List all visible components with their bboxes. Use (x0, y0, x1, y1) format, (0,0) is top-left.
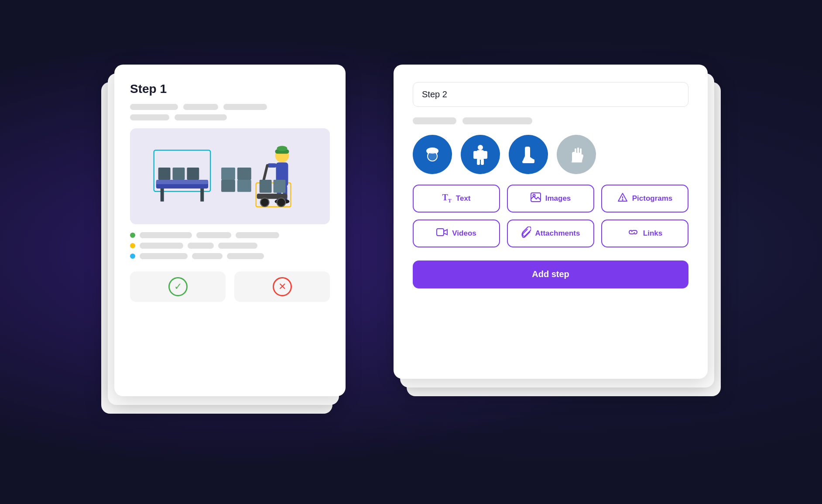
right-card: TT Text Images (394, 65, 708, 379)
svg-rect-35 (428, 150, 437, 152)
svg-rect-27 (260, 179, 272, 192)
svg-rect-10 (237, 168, 251, 180)
x-icon: ✕ (273, 277, 292, 296)
videos-button-label: Videos (452, 229, 476, 238)
text-button-label: Text (456, 194, 471, 203)
pictogram-helmet (413, 135, 452, 174)
svg-rect-44 (571, 161, 582, 163)
image-icon (531, 192, 541, 205)
svg-rect-28 (274, 179, 286, 192)
svg-rect-18 (267, 163, 277, 168)
paperclip-icon (521, 226, 531, 240)
svg-rect-37 (477, 150, 484, 160)
svg-rect-41 (481, 159, 484, 165)
attachments-button-label: Attachments (535, 229, 580, 238)
left-card-title: Step 1 (130, 82, 330, 96)
pictograms-button[interactable]: Pictograms (601, 185, 688, 213)
svg-rect-39 (483, 151, 487, 159)
svg-point-25 (260, 198, 269, 206)
pictograms-row (413, 135, 688, 174)
action-button-grid: TT Text Images (413, 185, 688, 247)
svg-rect-4 (158, 168, 171, 180)
svg-rect-38 (473, 151, 478, 159)
links-button[interactable]: Links (601, 219, 688, 247)
placeholder-lines-top (130, 104, 330, 120)
checklist-item-yellow (130, 243, 330, 249)
svg-rect-11 (221, 179, 235, 192)
videos-button[interactable]: Videos (413, 219, 500, 247)
video-icon (436, 228, 448, 239)
illustration-box (130, 128, 330, 224)
svg-point-48 (622, 199, 623, 200)
check-icon: ✓ (168, 277, 188, 296)
svg-rect-7 (161, 188, 164, 201)
pictograms-button-label: Pictograms (632, 194, 673, 203)
link-icon (627, 228, 639, 239)
reject-button[interactable]: ✕ (234, 271, 330, 302)
text-icon: TT (442, 192, 451, 204)
svg-rect-12 (237, 179, 251, 192)
action-buttons: ✓ ✕ (130, 271, 330, 302)
dot-blue (130, 254, 135, 259)
images-button-label: Images (545, 194, 571, 203)
pictogram-coverall (461, 135, 500, 174)
dot-yellow (130, 243, 135, 248)
svg-rect-5 (173, 168, 185, 180)
confirm-button[interactable]: ✓ (130, 271, 226, 302)
checklist-section (130, 232, 330, 259)
svg-rect-3 (156, 179, 208, 184)
text-button[interactable]: TT Text (413, 185, 500, 213)
checklist-item-blue (130, 253, 330, 259)
svg-rect-49 (437, 229, 444, 236)
dot-green (130, 233, 135, 238)
pictogram-gloves (557, 135, 596, 174)
pictogram-boots (509, 135, 548, 174)
svg-point-26 (277, 198, 286, 206)
svg-point-36 (478, 145, 483, 150)
svg-rect-8 (200, 188, 204, 201)
checklist-item-green (130, 232, 330, 238)
add-step-button[interactable]: Add step (413, 261, 688, 288)
subtitle-placeholder (413, 117, 688, 124)
svg-rect-6 (187, 168, 199, 180)
svg-rect-43 (522, 161, 534, 163)
left-card: Step 1 (114, 65, 346, 396)
step-title-input[interactable] (413, 82, 688, 107)
attachments-button[interactable]: Attachments (507, 219, 594, 247)
svg-rect-40 (477, 159, 480, 165)
warning-icon (617, 192, 628, 205)
svg-rect-9 (221, 168, 235, 180)
svg-rect-16 (277, 146, 288, 151)
images-button[interactable]: Images (507, 185, 594, 213)
links-button-label: Links (643, 229, 662, 238)
